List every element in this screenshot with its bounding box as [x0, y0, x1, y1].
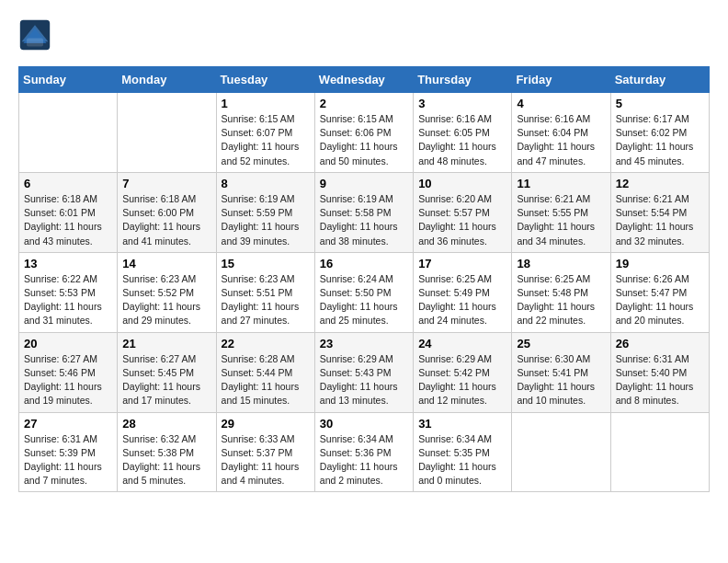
logo — [18, 18, 55, 52]
day-info: Sunrise: 6:27 AM Sunset: 5:46 PM Dayligh… — [24, 352, 112, 408]
day-info: Sunrise: 6:27 AM Sunset: 5:45 PM Dayligh… — [122, 352, 210, 408]
day-number: 6 — [24, 177, 112, 190]
calendar-cell: 12Sunrise: 6:21 AM Sunset: 5:54 PM Dayli… — [610, 172, 709, 252]
logo-icon — [18, 18, 51, 52]
day-header-saturday: Saturday — [610, 67, 709, 93]
day-number: 2 — [320, 97, 408, 110]
day-info: Sunrise: 6:34 AM Sunset: 5:36 PM Dayligh… — [320, 432, 408, 488]
day-info: Sunrise: 6:18 AM Sunset: 6:01 PM Dayligh… — [24, 192, 112, 248]
day-header-wednesday: Wednesday — [314, 67, 413, 93]
day-info: Sunrise: 6:31 AM Sunset: 5:39 PM Dayligh… — [24, 432, 112, 488]
calendar-cell: 3Sunrise: 6:16 AM Sunset: 6:05 PM Daylig… — [414, 93, 512, 173]
day-number: 21 — [122, 337, 210, 350]
calendar-week-1: 1Sunrise: 6:15 AM Sunset: 6:07 PM Daylig… — [19, 93, 710, 173]
calendar-cell: 13Sunrise: 6:22 AM Sunset: 5:53 PM Dayli… — [19, 252, 118, 332]
day-number: 7 — [122, 177, 210, 190]
calendar-cell: 14Sunrise: 6:23 AM Sunset: 5:52 PM Dayli… — [118, 252, 216, 332]
day-info: Sunrise: 6:31 AM Sunset: 5:40 PM Dayligh… — [616, 352, 704, 408]
calendar-cell — [610, 412, 709, 492]
day-info: Sunrise: 6:26 AM Sunset: 5:47 PM Dayligh… — [616, 272, 704, 328]
day-info: Sunrise: 6:30 AM Sunset: 5:41 PM Dayligh… — [517, 352, 605, 408]
day-info: Sunrise: 6:21 AM Sunset: 5:55 PM Dayligh… — [517, 192, 605, 248]
day-number: 5 — [616, 97, 704, 110]
calendar-week-3: 13Sunrise: 6:22 AM Sunset: 5:53 PM Dayli… — [19, 252, 710, 332]
day-number: 16 — [320, 257, 408, 270]
calendar-cell: 19Sunrise: 6:26 AM Sunset: 5:47 PM Dayli… — [610, 252, 709, 332]
day-number: 18 — [517, 257, 605, 270]
day-number: 20 — [24, 337, 112, 350]
calendar-cell: 7Sunrise: 6:18 AM Sunset: 6:00 PM Daylig… — [118, 172, 216, 252]
day-number: 26 — [616, 337, 704, 350]
calendar-cell: 2Sunrise: 6:15 AM Sunset: 6:06 PM Daylig… — [314, 93, 413, 173]
day-number: 28 — [122, 417, 210, 431]
day-info: Sunrise: 6:15 AM Sunset: 6:07 PM Dayligh… — [222, 112, 310, 168]
day-number: 29 — [222, 417, 310, 431]
day-info: Sunrise: 6:17 AM Sunset: 6:02 PM Dayligh… — [616, 112, 704, 168]
calendar-cell: 22Sunrise: 6:28 AM Sunset: 5:44 PM Dayli… — [216, 332, 314, 412]
calendar-cell: 8Sunrise: 6:19 AM Sunset: 5:59 PM Daylig… — [216, 172, 314, 252]
day-number: 22 — [222, 337, 310, 350]
day-number: 17 — [418, 257, 506, 270]
calendar-cell: 10Sunrise: 6:20 AM Sunset: 5:57 PM Dayli… — [414, 172, 512, 252]
day-info: Sunrise: 6:34 AM Sunset: 5:35 PM Dayligh… — [418, 432, 506, 488]
day-number: 19 — [616, 257, 704, 270]
calendar-cell: 9Sunrise: 6:19 AM Sunset: 5:58 PM Daylig… — [314, 172, 413, 252]
calendar-cell: 27Sunrise: 6:31 AM Sunset: 5:39 PM Dayli… — [19, 412, 118, 492]
day-number: 3 — [418, 97, 506, 110]
day-info: Sunrise: 6:33 AM Sunset: 5:37 PM Dayligh… — [222, 432, 310, 488]
page-header — [18, 18, 710, 52]
day-info: Sunrise: 6:29 AM Sunset: 5:42 PM Dayligh… — [418, 352, 506, 408]
day-info: Sunrise: 6:21 AM Sunset: 5:54 PM Dayligh… — [616, 192, 704, 248]
day-number: 1 — [222, 97, 310, 110]
day-number: 9 — [320, 177, 408, 190]
calendar-cell: 26Sunrise: 6:31 AM Sunset: 5:40 PM Dayli… — [610, 332, 709, 412]
calendar-cell: 11Sunrise: 6:21 AM Sunset: 5:55 PM Dayli… — [512, 172, 610, 252]
calendar-week-2: 6Sunrise: 6:18 AM Sunset: 6:01 PM Daylig… — [19, 172, 710, 252]
calendar-cell: 4Sunrise: 6:16 AM Sunset: 6:04 PM Daylig… — [512, 93, 610, 173]
day-info: Sunrise: 6:28 AM Sunset: 5:44 PM Dayligh… — [222, 352, 310, 408]
day-header-friday: Friday — [512, 67, 610, 93]
day-number: 11 — [517, 177, 605, 190]
day-info: Sunrise: 6:29 AM Sunset: 5:43 PM Dayligh… — [320, 352, 408, 408]
day-number: 23 — [320, 337, 408, 350]
day-number: 31 — [418, 417, 506, 431]
calendar-cell: 17Sunrise: 6:25 AM Sunset: 5:49 PM Dayli… — [414, 252, 512, 332]
calendar-cell: 15Sunrise: 6:23 AM Sunset: 5:51 PM Dayli… — [216, 252, 314, 332]
day-info: Sunrise: 6:15 AM Sunset: 6:06 PM Dayligh… — [320, 112, 408, 168]
day-info: Sunrise: 6:32 AM Sunset: 5:38 PM Dayligh… — [122, 432, 210, 488]
day-number: 14 — [122, 257, 210, 270]
day-number: 10 — [418, 177, 506, 190]
day-number: 24 — [418, 337, 506, 350]
calendar-week-4: 20Sunrise: 6:27 AM Sunset: 5:46 PM Dayli… — [19, 332, 710, 412]
day-number: 15 — [222, 257, 310, 270]
day-info: Sunrise: 6:19 AM Sunset: 5:59 PM Dayligh… — [222, 192, 310, 248]
day-info: Sunrise: 6:18 AM Sunset: 6:00 PM Dayligh… — [122, 192, 210, 248]
calendar-cell: 28Sunrise: 6:32 AM Sunset: 5:38 PM Dayli… — [118, 412, 216, 492]
day-info: Sunrise: 6:23 AM Sunset: 5:51 PM Dayligh… — [222, 272, 310, 328]
calendar-table: SundayMondayTuesdayWednesdayThursdayFrid… — [18, 66, 710, 492]
calendar-cell: 31Sunrise: 6:34 AM Sunset: 5:35 PM Dayli… — [414, 412, 512, 492]
day-number: 27 — [24, 417, 112, 431]
day-info: Sunrise: 6:23 AM Sunset: 5:52 PM Dayligh… — [122, 272, 210, 328]
day-info: Sunrise: 6:25 AM Sunset: 5:49 PM Dayligh… — [418, 272, 506, 328]
day-header-thursday: Thursday — [414, 67, 512, 93]
day-info: Sunrise: 6:25 AM Sunset: 5:48 PM Dayligh… — [517, 272, 605, 328]
calendar-header-row: SundayMondayTuesdayWednesdayThursdayFrid… — [19, 67, 710, 93]
calendar-week-5: 27Sunrise: 6:31 AM Sunset: 5:39 PM Dayli… — [19, 412, 710, 492]
calendar-cell — [19, 93, 118, 173]
calendar-cell: 25Sunrise: 6:30 AM Sunset: 5:41 PM Dayli… — [512, 332, 610, 412]
calendar-cell: 1Sunrise: 6:15 AM Sunset: 6:07 PM Daylig… — [216, 93, 314, 173]
calendar-cell: 23Sunrise: 6:29 AM Sunset: 5:43 PM Dayli… — [314, 332, 413, 412]
day-header-monday: Monday — [118, 67, 216, 93]
day-number: 8 — [222, 177, 310, 190]
calendar-cell — [118, 93, 216, 173]
calendar-cell: 20Sunrise: 6:27 AM Sunset: 5:46 PM Dayli… — [19, 332, 118, 412]
day-number: 12 — [616, 177, 704, 190]
day-info: Sunrise: 6:24 AM Sunset: 5:50 PM Dayligh… — [320, 272, 408, 328]
day-info: Sunrise: 6:22 AM Sunset: 5:53 PM Dayligh… — [24, 272, 112, 328]
day-number: 25 — [517, 337, 605, 350]
calendar-cell: 16Sunrise: 6:24 AM Sunset: 5:50 PM Dayli… — [314, 252, 413, 332]
day-number: 13 — [24, 257, 112, 270]
calendar-cell: 21Sunrise: 6:27 AM Sunset: 5:45 PM Dayli… — [118, 332, 216, 412]
day-number: 30 — [320, 417, 408, 431]
